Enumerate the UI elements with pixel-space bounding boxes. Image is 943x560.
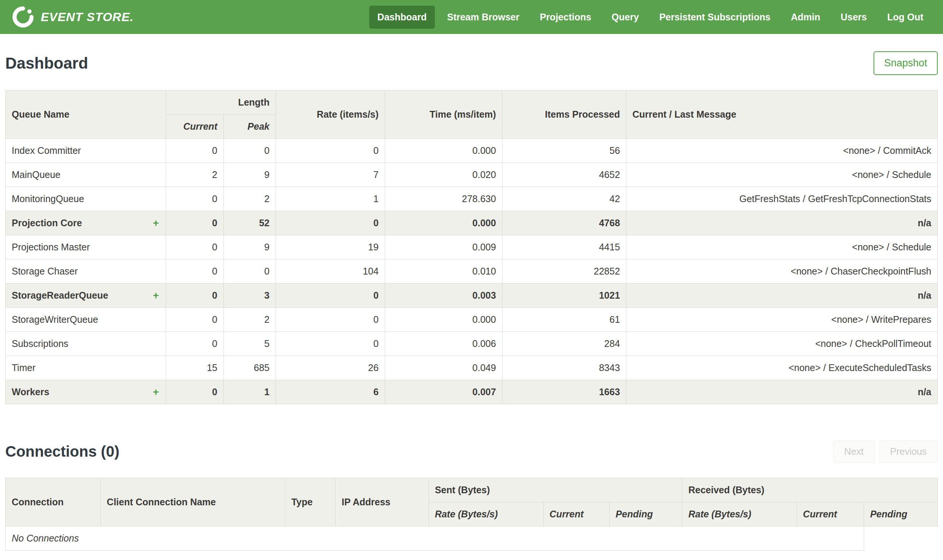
queue-current-cell: 0 [166,283,224,308]
queue-rate-cell: 0 [276,332,385,356]
queue-time-cell: 0.000 [385,211,502,235]
queue-current-cell: 0 [166,139,224,163]
queue-name: Workers [12,386,49,397]
connections-title: Connections (0) [5,443,119,460]
queue-rate-cell: 26 [276,356,385,380]
col-received-rate: Rate (Bytes/s) [682,502,797,526]
queue-time-cell: 0.009 [385,235,502,260]
col-length-peak: Peak [224,115,276,139]
queue-current-cell: 0 [166,187,224,211]
nav-item-admin[interactable]: Admin [782,6,829,29]
eventstore-brand[interactable]: EVENT STORE. [11,5,134,29]
queue-items-cell: 61 [502,308,626,332]
nav-item-log-out[interactable]: Log Out [879,6,932,29]
expand-queue-button[interactable]: + [153,386,159,398]
col-length: Length [166,91,276,115]
queue-peak-cell: 1 [224,380,276,404]
queue-row: Subscriptions0500.006284<none> / CheckPo… [6,332,938,356]
queue-name-cell: Storage Chaser [6,260,166,283]
queues-table: Queue Name Length Rate (items/s) Time (m… [5,90,938,404]
page-header: Dashboard Snapshot [5,51,938,75]
queue-time-cell: 0.003 [385,283,502,308]
queue-current-cell: 2 [166,163,224,187]
queue-name-cell: Projections Master [6,235,166,260]
top-navigation-bar: EVENT STORE. DashboardStream BrowserProj… [0,0,943,34]
queue-current-cell: 0 [166,332,224,356]
queue-time-cell: 0.010 [385,260,502,283]
col-queue-name: Queue Name [6,91,166,139]
expand-queue-button[interactable]: + [153,217,159,229]
previous-button[interactable]: Previous [879,440,938,463]
queue-current-cell: 0 [166,235,224,260]
queue-name-cell: MonitoringQueue [6,187,166,211]
connections-table: Connection Client Connection Name Type I… [5,478,938,551]
snapshot-button[interactable]: Snapshot [874,51,938,75]
queue-name-cell: StorageWriterQueue [6,308,166,332]
queue-name: Storage Chaser [12,266,78,277]
queue-name: Projection Core [12,218,82,228]
nav-item-projections[interactable]: Projections [531,6,599,29]
queue-rate-cell: 19 [276,235,385,260]
page-content: Dashboard Snapshot Queue Name Length Rat… [0,51,943,551]
queue-rate-cell: 7 [276,163,385,187]
queue-message-cell: n/a [626,380,938,404]
queue-name: Timer [12,362,35,373]
col-received-pending: Pending [864,502,937,526]
queue-name: StorageReaderQueue [12,290,108,300]
queue-items-cell: 42 [502,187,626,211]
queue-name: Index Committer [12,145,81,156]
queues-table-body: Index Committer0000.00056<none> / Commit… [6,139,938,404]
nav-item-stream-browser[interactable]: Stream Browser [439,6,528,29]
queue-message-cell: <none> / Schedule [626,163,938,187]
queue-row: Timer15685260.0498343<none> / ExecuteSch… [6,356,938,380]
queue-peak-cell: 0 [224,260,276,283]
col-length-current: Current [166,115,224,139]
queue-items-cell: 284 [502,332,626,356]
queue-name-cell: Index Committer [6,139,166,163]
queue-row: Storage Chaser001040.01022852<none> / Ch… [6,260,938,283]
no-connections-message: No Connections [6,526,864,551]
col-items-processed: Items Processed [502,91,626,139]
queue-message-cell: <none> / ChaserCheckpointFlush [626,260,938,283]
queue-row: MonitoringQueue021278.63042GetFreshStats… [6,187,938,211]
queue-items-cell: 1663 [502,380,626,404]
queue-name-cell: Projection Core+ [6,211,166,235]
expand-queue-button[interactable]: + [153,289,159,301]
queue-row: StorageWriterQueue0200.00061<none> / Wri… [6,308,938,332]
nav-item-persistent-subscriptions[interactable]: Persistent Subscriptions [651,6,779,29]
queue-name-cell: MainQueue [6,163,166,187]
queue-peak-cell: 5 [224,332,276,356]
queue-name: Projections Master [12,242,90,252]
queue-name: Subscriptions [12,338,68,349]
queue-items-cell: 8343 [502,356,626,380]
col-sent-rate: Rate (Bytes/s) [429,502,543,526]
next-button[interactable]: Next [833,440,874,463]
queue-time-cell: 0.007 [385,380,502,404]
queue-peak-cell: 685 [224,356,276,380]
nav-item-query[interactable]: Query [603,6,647,29]
queue-name-cell: StorageReaderQueue+ [6,283,166,308]
queue-time-cell: 0.049 [385,356,502,380]
no-connections-row: No Connections [6,526,938,551]
col-type: Type [285,478,335,526]
queue-time-cell: 0.000 [385,139,502,163]
col-rate: Rate (items/s) [276,91,385,139]
queue-time-cell: 0.006 [385,332,502,356]
queue-name: StorageWriterQueue [12,314,98,325]
col-sent-bytes: Sent (Bytes) [429,478,682,502]
queue-message-cell: GetFreshStats / GetFreshTcpConnectionSta… [626,187,938,211]
queue-row: Index Committer0000.00056<none> / Commit… [6,139,938,163]
nav-item-dashboard[interactable]: Dashboard [369,6,435,29]
nav-item-users[interactable]: Users [832,6,875,29]
col-message: Current / Last Message [626,91,938,139]
queue-peak-cell: 2 [224,308,276,332]
queue-name-cell: Timer [6,356,166,380]
queue-message-cell: <none> / ExecuteScheduledTasks [626,356,938,380]
queue-message-cell: <none> / WritePrepares [626,308,938,332]
queue-time-cell: 0.020 [385,163,502,187]
queue-items-cell: 1021 [502,283,626,308]
queue-rate-cell: 104 [276,260,385,283]
queue-current-cell: 0 [166,380,224,404]
queue-time-cell: 278.630 [385,187,502,211]
queue-message-cell: n/a [626,211,938,235]
